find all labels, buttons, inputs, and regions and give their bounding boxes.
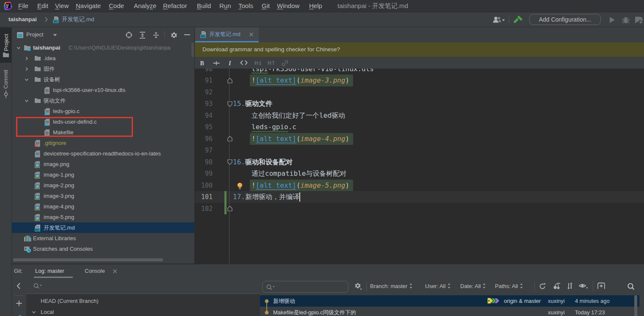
hide-panel-icon[interactable] <box>184 31 191 38</box>
md-italic-icon[interactable]: I <box>227 60 233 67</box>
tree-item-_[interactable]: 设备树 <box>12 74 195 85</box>
filter-paths[interactable]: Paths: All <box>495 278 523 294</box>
filter-branch[interactable]: Branch: master <box>370 278 413 294</box>
tab-console[interactable]: Console <box>85 264 105 278</box>
menu-help[interactable]: Help <box>309 0 322 12</box>
add-branch-icon[interactable] <box>16 300 22 307</box>
close-tab-icon[interactable] <box>249 32 254 37</box>
menu-tools[interactable]: Tools <box>238 0 253 12</box>
md-header-down-icon[interactable]: H <box>254 60 262 66</box>
go-to-hash-icon[interactable] <box>627 283 635 290</box>
vertical-scrollbar[interactable] <box>191 42 194 57</box>
fold-start-icon[interactable] <box>227 159 233 165</box>
run-with-coverage-icon[interactable] <box>634 16 644 24</box>
tree-item-image-1.png[interactable]: image-1.png <box>12 169 195 180</box>
close-console-icon[interactable] <box>113 269 117 274</box>
branch-row-Local[interactable]: Local <box>26 307 260 316</box>
md-strike-icon[interactable] <box>213 60 220 67</box>
intention-bulb-icon[interactable] <box>236 182 243 190</box>
fold-end-icon[interactable] <box>227 78 233 84</box>
new-log-tab-icon[interactable] <box>597 282 605 290</box>
commit-row[interactable]: 新增驱动 origin & masterxuxinyi4 minutes ago <box>260 295 639 307</box>
collapse-all-icon[interactable] <box>139 31 146 39</box>
md-header-up-icon[interactable]: H <box>268 60 275 66</box>
menu-analyze[interactable]: Analyze <box>134 0 156 12</box>
chevron-down-icon[interactable] <box>16 45 21 50</box>
add-configuration-button[interactable]: Add Configuration... <box>529 14 601 25</box>
eye-icon[interactable] <box>579 283 589 290</box>
branch-row-HEAD_Current_Branch_[interactable]: HEAD (Current Branch) <box>26 296 260 307</box>
tree-item-.gitignore[interactable]: .gitignore <box>12 138 195 148</box>
tree-item-External_Libraries[interactable]: External Libraries <box>12 233 195 244</box>
fold-start-icon[interactable] <box>227 101 233 107</box>
chevron-down-icon[interactable] <box>31 310 36 315</box>
run-icon[interactable] <box>609 16 616 24</box>
tree-item-image-4.png[interactable]: image-4.png <box>12 201 195 212</box>
menu-run[interactable]: Run <box>219 0 231 12</box>
menu-build[interactable]: Build <box>197 0 211 12</box>
menu-git[interactable]: Git <box>262 0 270 12</box>
commit-search-field[interactable] <box>262 281 348 293</box>
commit-scrollbar[interactable] <box>634 295 637 316</box>
stripe-tab-project[interactable]: Project <box>0 28 11 63</box>
tree-item-_.md[interactable]: MD开发笔记.md <box>12 222 195 233</box>
tree-item-Scratches_and_Consoles[interactable]: Scratches and Consoles <box>12 244 195 254</box>
tree-item-devicetree-specification-readthedocs-io-en-lates[interactable]: ?devicetree-specification-readthedocs-io… <box>12 148 195 159</box>
tree-item-image-2.png[interactable]: image-2.png <box>12 180 195 191</box>
user-account-icon[interactable] <box>492 16 506 24</box>
chevron-down-icon[interactable] <box>24 98 29 103</box>
settings-gear-icon[interactable] <box>170 31 178 39</box>
filter-arrows-icon[interactable] <box>409 283 413 289</box>
filter-user[interactable]: User: All <box>425 278 451 294</box>
filter-date[interactable]: Date: All <box>460 278 486 294</box>
code-segment: 驱动文件 <box>245 100 272 108</box>
editor-content[interactable]: 90tspi-rk3566-user-v10-linux.dts91![alt … <box>195 69 644 263</box>
menu-navigate[interactable]: Navigate <box>76 0 101 12</box>
breadcrumb-file[interactable]: 开发笔记.md <box>62 12 94 27</box>
filter-arrows-icon[interactable] <box>482 283 486 289</box>
chevron-right-icon[interactable] <box>24 67 29 72</box>
chevron-right-icon[interactable] <box>24 56 29 61</box>
chevron-left-icon[interactable] <box>16 282 22 290</box>
tree-item-image-3.png[interactable]: image-3.png <box>12 191 195 201</box>
fold-end-icon[interactable] <box>227 205 233 212</box>
edit-pencil-icon[interactable] <box>16 314 22 316</box>
md-code-icon[interactable] <box>240 60 248 66</box>
menu-code[interactable]: Code <box>109 0 124 12</box>
sort-icon[interactable] <box>567 282 573 290</box>
horizontal-scrollbar[interactable] <box>13 258 163 261</box>
tree-item-tspi-rk3566-user-v10-linux.dts[interactable]: tspi-rk3566-user-v10-linux.dts <box>12 85 195 95</box>
locate-file-icon[interactable] <box>125 31 133 39</box>
expand-collapse-icon[interactable] <box>152 31 160 39</box>
menu-refactor[interactable]: Refactor <box>163 0 187 12</box>
cherry-pick-icon[interactable] <box>553 282 561 290</box>
fold-end-icon[interactable] <box>227 136 233 142</box>
tree-item-image.png[interactable]: image.png <box>12 159 195 169</box>
tree-item-taishanpai[interactable]: taishanpai C:\Users\QINGJUE\Desktop\git\… <box>12 42 195 53</box>
md-link-icon[interactable] <box>281 60 289 66</box>
build-hammer-icon[interactable] <box>514 15 523 25</box>
tree-item-leds-gpio.c[interactable]: leds-gpio.c <box>12 106 195 116</box>
menu-edit[interactable]: Edit <box>37 0 48 12</box>
tree-item-_[interactable]: 驱动文件 <box>12 95 195 106</box>
dropdown-arrow-icon[interactable] <box>53 33 58 37</box>
menu-file[interactable]: File <box>18 0 28 12</box>
menu-view[interactable]: View <box>55 0 69 12</box>
filter-arrows-icon[interactable] <box>447 283 451 289</box>
tree-item-.idea[interactable]: .idea <box>12 53 195 64</box>
commit-row[interactable]: Makefile是led-gpio.c同级文件下的xuxinyiToday 17… <box>260 307 639 316</box>
tree-item-_[interactable]: 固件 <box>12 64 195 74</box>
branch-search-field[interactable] <box>26 278 260 294</box>
project-header-title[interactable]: Project <box>26 28 43 42</box>
chevron-down-icon[interactable] <box>24 77 29 82</box>
refresh-icon[interactable] <box>539 283 546 290</box>
menu-window[interactable]: Window <box>277 0 299 12</box>
filter-arrows-icon[interactable] <box>520 283 523 289</box>
tree-item-image-5.png[interactable]: image-5.png <box>12 212 195 222</box>
tab-log-master[interactable]: Log: master <box>35 264 64 278</box>
md-bold-icon[interactable]: B <box>199 60 205 67</box>
breadcrumb-project[interactable]: taishanpai <box>8 12 37 27</box>
debug-icon[interactable] <box>622 16 630 24</box>
editor-tab[interactable]: MD 开发笔记.md <box>195 28 259 41</box>
gear-small-icon[interactable] <box>354 283 363 290</box>
